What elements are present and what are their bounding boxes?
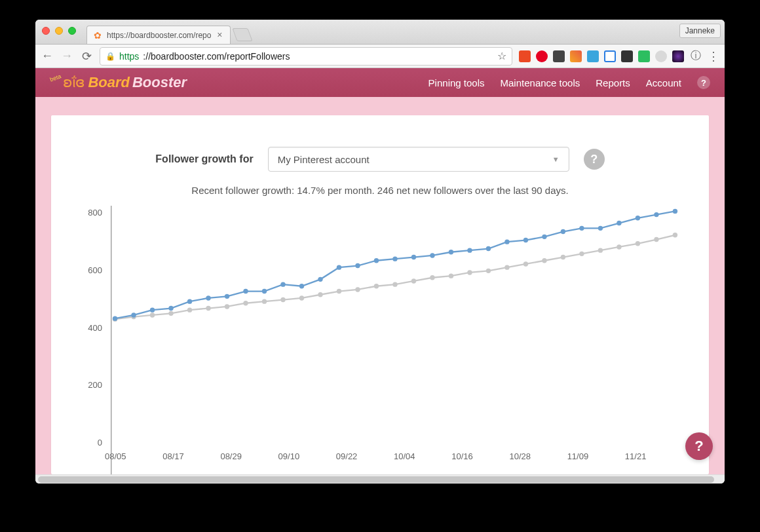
report-card: Follower growth for My Pinterest account… <box>51 115 709 474</box>
svg-point-48 <box>392 256 397 261</box>
browser-tab[interactable]: ✿ https://boardbooster.com/repo × <box>86 26 231 44</box>
nav-pinning-tools[interactable]: Pinning tools <box>428 77 485 88</box>
analytics-icon[interactable] <box>570 50 582 62</box>
primary-nav: Pinning tools Maintenance tools Reports … <box>428 76 710 89</box>
window-zoom-button[interactable] <box>68 27 76 35</box>
window-close-button[interactable] <box>42 27 50 35</box>
butterfly-icon: ✿ <box>92 30 103 41</box>
svg-point-40 <box>243 289 248 294</box>
horizontal-scrollbar[interactable] <box>35 474 725 484</box>
extension-icon[interactable] <box>655 50 667 62</box>
help-icon[interactable]: ? <box>697 76 710 89</box>
info-icon[interactable]: ⓘ <box>689 49 702 63</box>
svg-point-21 <box>467 270 472 275</box>
svg-point-38 <box>206 295 210 300</box>
nav-reports[interactable]: Reports <box>596 77 630 88</box>
svg-point-53 <box>486 246 491 251</box>
new-tab-button[interactable] <box>232 28 252 41</box>
bookmark-star-icon[interactable]: ☆ <box>497 50 506 62</box>
svg-point-13 <box>318 292 322 297</box>
forward-button[interactable]: → <box>60 49 73 63</box>
svg-point-54 <box>504 239 509 244</box>
beta-badge: beta <box>49 73 62 83</box>
svg-point-57 <box>561 229 565 234</box>
y-tick-label: 400 <box>88 323 102 333</box>
svg-point-59 <box>598 226 603 231</box>
y-tick-label: 0 <box>98 438 102 447</box>
page-viewport: beta ʚΐɞ BoardBooster Pinning tools Main… <box>35 68 725 474</box>
tab-close-icon[interactable]: × <box>215 31 224 40</box>
follower-chart: 8006004002000 <box>77 205 683 447</box>
profile-chip[interactable]: Janneke <box>679 24 721 38</box>
svg-point-39 <box>225 294 229 299</box>
svg-point-45 <box>337 265 341 269</box>
nav-maintenance-tools[interactable]: Maintenance tools <box>501 77 580 88</box>
window-controls <box>42 27 76 35</box>
svg-point-36 <box>168 306 173 311</box>
svg-point-49 <box>411 255 416 259</box>
svg-point-19 <box>430 275 434 280</box>
svg-point-27 <box>579 252 584 256</box>
address-bar[interactable]: 🔒 https://boardbooster.com/reportFollowe… <box>100 47 512 66</box>
svg-point-37 <box>187 299 192 303</box>
window-titlebar: ✿ https://boardbooster.com/repo × Jannek… <box>35 20 725 45</box>
svg-point-56 <box>542 235 546 239</box>
svg-point-20 <box>449 273 453 278</box>
svg-point-35 <box>150 307 155 312</box>
back-button[interactable]: ← <box>41 49 54 63</box>
svg-point-47 <box>374 258 379 263</box>
svg-point-24 <box>523 261 528 266</box>
svg-point-51 <box>449 250 453 254</box>
window-minimize-button[interactable] <box>55 27 63 35</box>
extensions: ⓘ ⋮ <box>519 49 719 64</box>
reload-button[interactable]: ⟳ <box>80 49 93 64</box>
svg-point-58 <box>579 226 584 231</box>
site-logo[interactable]: beta ʚΐɞ BoardBooster <box>50 74 187 91</box>
pocket-icon[interactable] <box>553 50 565 62</box>
svg-point-26 <box>561 255 565 259</box>
chat-help-button[interactable]: ? <box>685 432 713 460</box>
y-tick-label: 800 <box>88 208 102 218</box>
extension-icon[interactable] <box>587 50 599 62</box>
svg-point-60 <box>617 221 621 225</box>
stumbleupon-icon[interactable] <box>519 50 531 62</box>
svg-point-42 <box>280 282 285 286</box>
svg-point-9 <box>243 301 248 305</box>
tab-title: https://boardbooster.com/repo <box>107 31 211 40</box>
evernote-icon[interactable] <box>638 50 650 62</box>
svg-point-5 <box>168 311 173 316</box>
svg-point-16 <box>374 284 379 288</box>
brand-text-1: Board <box>88 74 130 91</box>
svg-point-62 <box>654 212 658 217</box>
y-tick-label: 200 <box>88 380 102 390</box>
help-tooltip-icon[interactable]: ? <box>584 149 605 170</box>
scrollbar-thumb[interactable] <box>38 476 714 483</box>
nav-account[interactable]: Account <box>646 77 681 88</box>
svg-point-29 <box>617 244 621 249</box>
extension-icon[interactable] <box>604 50 616 62</box>
account-dropdown[interactable]: My Pinterest account ▼ <box>268 147 569 172</box>
browser-menu-icon[interactable]: ⋮ <box>708 49 719 64</box>
svg-point-15 <box>355 287 360 292</box>
chart-plot-area <box>107 205 683 447</box>
y-axis: 8006004002000 <box>77 205 102 447</box>
svg-point-33 <box>113 316 117 320</box>
y-tick-label: 600 <box>88 265 102 275</box>
pinterest-icon[interactable] <box>536 50 548 62</box>
site-header: beta ʚΐɞ BoardBooster Pinning tools Main… <box>35 68 725 97</box>
svg-point-14 <box>337 289 341 294</box>
brand-text-2: Booster <box>132 74 187 91</box>
buffer-icon[interactable] <box>621 50 633 62</box>
svg-point-44 <box>318 277 322 282</box>
lock-icon: 🔒 <box>105 52 115 61</box>
extension-icon[interactable] <box>672 50 684 62</box>
url-path: ://boardbooster.com/reportFollowers <box>143 51 290 62</box>
svg-point-7 <box>206 306 210 311</box>
svg-point-25 <box>542 258 546 263</box>
svg-point-61 <box>636 216 640 220</box>
svg-point-52 <box>467 248 472 252</box>
url-scheme: https <box>119 51 139 62</box>
svg-point-11 <box>280 297 285 302</box>
svg-point-43 <box>299 284 304 288</box>
svg-point-8 <box>225 304 229 309</box>
